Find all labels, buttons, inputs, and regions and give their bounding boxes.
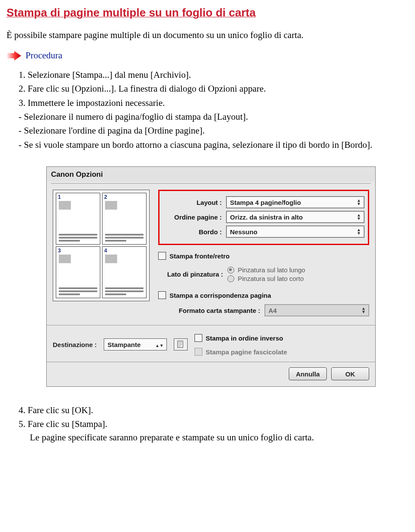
save-to-file-button[interactable]: [174, 338, 188, 350]
preview-page-2: 2: [102, 193, 147, 245]
collate-checkbox: Stampa pagine fascicolate: [195, 348, 369, 356]
layout-label: Layout :: [163, 199, 222, 206]
radio-icon: [227, 267, 234, 274]
destination-dropdown[interactable]: Stampante ▲▼: [104, 338, 167, 350]
step-3b: - Selezionare l'ordine di pagina da [Ord…: [19, 124, 409, 137]
step-1: 1. Selezionare [Stampa...] dal menu [Arc…: [19, 69, 409, 81]
preview-page-number: 2: [104, 194, 107, 200]
dialog-title: Canon Opzioni: [47, 167, 375, 182]
page-order-dropdown[interactable]: Orizz. da sinistra in alto ▲▼: [226, 211, 364, 223]
step-2: 2. Fare clic su [Opzioni...]. La finestr…: [19, 83, 409, 95]
preview-page-3: 3: [56, 246, 100, 298]
steps-list: 1. Selezionare [Stampa...] dal menu [Arc…: [19, 69, 409, 151]
document-icon: [177, 341, 185, 348]
preview-page-1: 1: [56, 193, 100, 245]
stepper-icon: ▲▼: [361, 307, 366, 313]
arrow-right-icon: [6, 51, 21, 61]
step-3a: - Selezionare il numero di pagina/foglio…: [19, 111, 409, 123]
procedure-heading: Procedura: [6, 50, 409, 61]
page-order-label: Ordine pagine :: [163, 213, 222, 221]
step-4: 4. Fare clic su [OK].: [19, 404, 409, 416]
reverse-order-checkbox[interactable]: Stampa in ordine inverso: [195, 334, 369, 342]
preview-page-number: 4: [104, 248, 107, 254]
border-value: Nessuno: [230, 228, 257, 236]
stepper-icon: ▲▼: [356, 199, 361, 205]
end-note: Le pagine specificate saranno preparate …: [30, 432, 409, 443]
checkbox-icon: [195, 334, 202, 342]
destination-label: Destinazione :: [53, 341, 97, 348]
page-title: Stampa di pagine multiple su un foglio d…: [6, 6, 409, 19]
stepper-icon: ▲▼: [356, 214, 361, 220]
svg-marker-0: [6, 51, 21, 61]
binding-long-edge-radio[interactable]: Pinzatura sul lato lungo: [227, 266, 369, 274]
checkbox-icon: [158, 252, 166, 260]
border-label: Bordo :: [163, 228, 222, 236]
radio-icon: [227, 275, 234, 282]
ok-button[interactable]: OK: [331, 367, 369, 380]
layout-dropdown[interactable]: Stampa 4 pagine/foglio ▲▼: [226, 196, 364, 208]
binding-short-edge-radio[interactable]: Pinzatura sul lato corto: [227, 275, 369, 282]
checkbox-icon: [195, 348, 202, 356]
destination-value: Stampante: [108, 341, 141, 348]
layout-preview: 1 2 3 4: [53, 190, 150, 301]
intro-paragraph: È possibile stampare pagine multiple di …: [6, 30, 409, 41]
binding-short-label: Pinzatura sul lato corto: [238, 275, 304, 282]
page-order-value: Orizz. da sinistra in alto: [230, 213, 303, 221]
divider: [51, 183, 371, 184]
procedure-label: Procedura: [26, 50, 62, 61]
fit-label: Stampa a corrispondenza pagina: [169, 292, 271, 299]
border-dropdown[interactable]: Nessuno ▲▼: [226, 226, 364, 238]
highlighted-layout-group: Layout : Stampa 4 pagine/foglio ▲▼ Ordin…: [158, 190, 369, 245]
svg-rect-1: [178, 341, 183, 347]
printer-paper-dropdown: A4 ▲▼: [265, 304, 369, 316]
preview-page-number: 1: [58, 194, 61, 200]
options-dialog: Canon Opzioni 1 2 3 4: [46, 166, 376, 387]
checkbox-icon: [158, 291, 166, 299]
cancel-button[interactable]: Annulla: [289, 367, 327, 380]
preview-page-number: 3: [58, 248, 61, 254]
binding-long-label: Pinzatura sul lato lungo: [238, 266, 305, 274]
fit-to-page-checkbox[interactable]: Stampa a corrispondenza pagina: [158, 291, 369, 299]
stepper-icon: ▲▼: [155, 341, 164, 348]
step-3: 3. Immettere le impostazioni necessarie.: [19, 97, 409, 109]
duplex-label: Stampa fronte/retro: [169, 252, 230, 260]
duplex-checkbox[interactable]: Stampa fronte/retro: [158, 252, 369, 260]
reverse-label: Stampa in ordine inverso: [206, 334, 283, 342]
preview-page-4: 4: [102, 246, 147, 298]
step-3c: - Se si vuole stampare un bordo attorno …: [19, 139, 409, 151]
end-steps-list: 4. Fare clic su [OK]. 5. Fare clic su [S…: [19, 404, 409, 430]
stepper-icon: ▲▼: [356, 229, 361, 235]
binding-label: Lato di pinzatura :: [158, 271, 223, 278]
collate-label: Stampa pagine fascicolate: [206, 348, 287, 356]
layout-value: Stampa 4 pagine/foglio: [230, 199, 301, 206]
step-5: 5. Fare clic su [Stampa].: [19, 418, 409, 430]
printer-paper-label: Formato carta stampante :: [158, 307, 260, 314]
printer-paper-value: A4: [268, 307, 277, 314]
